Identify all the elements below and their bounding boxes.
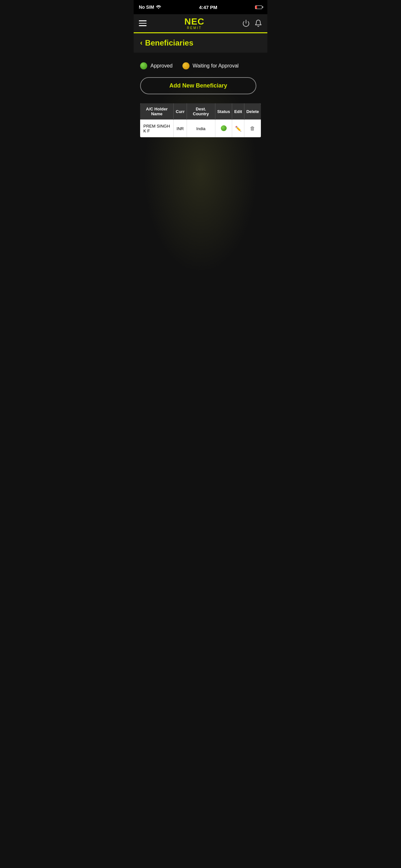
table-body: PREM SINGH K F INR India ✏️ 🗑 [140, 120, 261, 137]
status-indicator [221, 125, 227, 131]
col-header-curr: Curr [174, 103, 187, 120]
trash-icon: 🗑 [250, 126, 255, 131]
approved-label: Approved [150, 63, 173, 69]
back-button[interactable]: ‹ [140, 39, 143, 47]
battery-icon [255, 5, 262, 9]
app-header: NEC REMIT [134, 14, 267, 32]
row-delete-button[interactable]: 🗑 [244, 120, 261, 137]
hamburger-menu[interactable] [139, 20, 147, 26]
col-header-name: A/C Holder Name [140, 103, 174, 120]
hamburger-line-3 [139, 25, 147, 26]
col-header-edit: Edit [232, 103, 244, 120]
pencil-icon: ✏️ [235, 126, 242, 131]
col-header-status: Status [215, 103, 232, 120]
waiting-dot [182, 62, 189, 69]
status-right [255, 5, 262, 9]
hamburger-line-1 [139, 20, 147, 21]
page-title: Beneficiaries [145, 38, 193, 48]
legend-approved: Approved [140, 62, 173, 69]
status-time: 4:47 PM [199, 4, 217, 10]
status-legend: Approved Waiting for Approval [140, 62, 261, 69]
power-icon[interactable] [242, 20, 250, 27]
table-header: A/C Holder Name Curr Dest. Country Statu… [140, 103, 261, 120]
row-currency: INR [174, 120, 187, 137]
hamburger-line-2 [139, 23, 147, 24]
logo-remit: REMIT [184, 26, 204, 30]
app-logo: NEC REMIT [184, 17, 204, 30]
waiting-label: Waiting for Approval [193, 63, 239, 69]
main-content: Approved Waiting for Approval Add New Be… [134, 53, 267, 290]
status-left: No SIM [139, 4, 161, 10]
table-row: PREM SINGH K F INR India ✏️ 🗑 [140, 120, 261, 137]
carrier-label: No SIM [139, 4, 154, 10]
row-status [215, 120, 232, 137]
status-bar: No SIM 4:47 PM [134, 0, 267, 14]
logo-nec: NEC [184, 17, 204, 26]
row-edit-button[interactable]: ✏️ [232, 120, 244, 137]
col-header-delete: Delete [244, 103, 261, 120]
approved-dot [140, 62, 147, 69]
legend-waiting: Waiting for Approval [182, 62, 239, 69]
bell-icon[interactable] [254, 20, 262, 27]
row-dest-country: India [187, 120, 215, 137]
row-name: PREM SINGH K F [140, 120, 174, 137]
col-header-dest: Dest. Country [187, 103, 215, 120]
header-right-icons [242, 20, 262, 27]
beneficiary-table: A/C Holder Name Curr Dest. Country Statu… [140, 103, 261, 137]
add-beneficiary-button[interactable]: Add New Beneficiary [140, 77, 256, 94]
wifi-icon [156, 5, 161, 9]
page-title-bar: ‹ Beneficiaries [134, 33, 267, 53]
